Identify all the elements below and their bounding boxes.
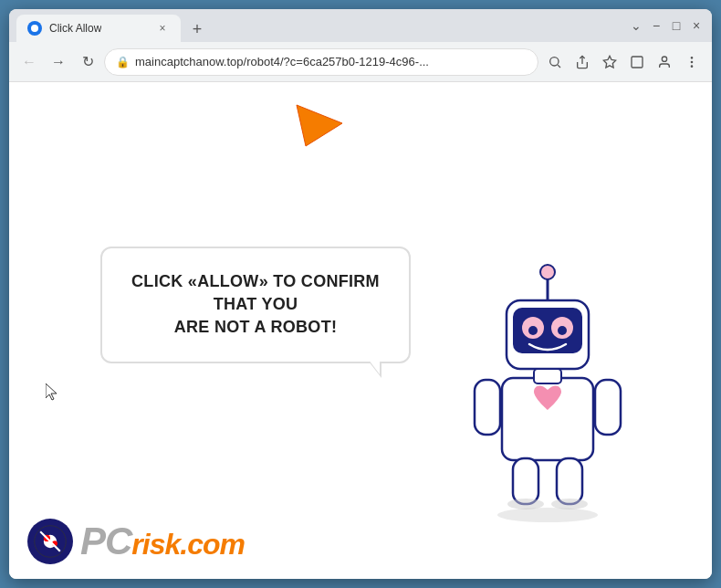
svg-rect-4 [632, 57, 643, 68]
reload-button[interactable]: ↻ [75, 49, 100, 75]
address-text: maincaptchanow.top/robot4/?c=6ca257b0-12… [135, 55, 527, 68]
tab-area: Click Allow × + [16, 9, 624, 42]
svg-rect-22 [513, 458, 538, 504]
tab-close-button[interactable]: × [155, 21, 170, 36]
toolbar-actions [542, 49, 705, 75]
bubble-text-line1: CLICK «ALLOW» TO CONFIRM THAT YOU [128, 270, 383, 316]
share-button[interactable] [569, 49, 595, 75]
forward-button[interactable]: → [46, 49, 71, 75]
tab-title: Click Allow [49, 22, 101, 35]
pcrisk-pc: PC [80, 520, 131, 562]
mouse-cursor [46, 383, 60, 402]
svg-point-5 [662, 57, 666, 61]
svg-rect-20 [475, 380, 500, 435]
pcrisk-text: PCrisk.com [80, 520, 245, 563]
tab-strip-button[interactable] [624, 49, 650, 75]
svg-point-7 [691, 61, 692, 62]
pcrisk-domain: risk.com [131, 528, 245, 561]
svg-point-6 [691, 57, 692, 58]
svg-point-0 [550, 57, 559, 65]
search-button[interactable] [542, 49, 568, 75]
title-bar: Click Allow × + ⌄ − □ × [9, 9, 712, 42]
lock-icon: 🔒 [116, 56, 130, 68]
close-button[interactable]: × [688, 17, 705, 34]
arrow-pointer [292, 91, 365, 168]
svg-marker-9 [297, 105, 342, 146]
maximize-button[interactable]: □ [668, 17, 684, 34]
browser-window: Click Allow × + ⌄ − □ × ← → ↻ 🔒 maincapt… [9, 9, 712, 579]
speech-bubble: CLICK «ALLOW» TO CONFIRM THAT YOU ARE NO… [100, 247, 411, 363]
svg-point-16 [528, 326, 538, 335]
account-button[interactable] [652, 49, 677, 75]
svg-point-11 [540, 265, 555, 279]
window-chevron-button[interactable]: ⌄ [628, 17, 644, 34]
svg-rect-23 [557, 458, 582, 504]
page-content: CLICK «ALLOW» TO CONFIRM THAT YOU ARE NO… [9, 82, 712, 579]
svg-marker-3 [603, 56, 615, 68]
robot-image [456, 250, 639, 506]
svg-rect-21 [595, 380, 621, 435]
menu-button[interactable] [679, 49, 705, 75]
svg-point-26 [497, 508, 598, 522]
pcrisk-icon [27, 519, 73, 564]
window-controls: ⌄ − □ × [628, 17, 705, 34]
svg-point-8 [691, 66, 692, 67]
back-button[interactable]: ← [16, 49, 42, 75]
toolbar: ← → ↻ 🔒 maincaptchanow.top/robot4/?c=6ca… [9, 42, 712, 82]
svg-line-1 [558, 65, 560, 68]
active-tab[interactable]: Click Allow × [16, 15, 181, 42]
svg-rect-19 [534, 369, 561, 383]
svg-point-17 [558, 326, 567, 335]
tab-favicon [27, 21, 42, 36]
address-bar[interactable]: 🔒 maincaptchanow.top/robot4/?c=6ca257b0-… [104, 48, 538, 76]
pcrisk-logo: PCrisk.com [27, 519, 245, 564]
minimize-button[interactable]: − [648, 17, 664, 34]
bubble-text-line2: ARE NOT A ROBOT! [128, 316, 383, 339]
new-tab-button[interactable]: + [184, 16, 210, 42]
bookmark-button[interactable] [597, 49, 622, 75]
